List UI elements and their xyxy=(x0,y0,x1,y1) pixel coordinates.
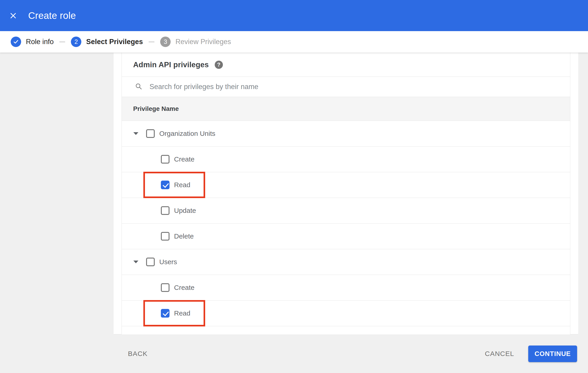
step-label: Role info xyxy=(26,38,54,46)
step-number-badge: 3 xyxy=(160,37,171,47)
close-icon[interactable] xyxy=(7,9,20,22)
checkbox-organization-units[interactable] xyxy=(146,129,155,138)
checkbox-delete[interactable] xyxy=(161,232,169,240)
search-input[interactable] xyxy=(149,83,490,91)
privilege-row-delete: Delete xyxy=(122,224,570,249)
privilege-label: Organization Units xyxy=(159,130,215,137)
footer-actions: BACK CANCEL CONTINUE xyxy=(0,334,588,373)
privilege-label: Update xyxy=(174,207,196,214)
privilege-row-create: Create xyxy=(122,146,570,172)
checkbox-read-checked[interactable] xyxy=(161,309,169,318)
privilege-label: Create xyxy=(174,155,194,163)
privilege-label: Read xyxy=(174,309,190,317)
panel-title-row: Admin API privileges ? xyxy=(122,53,570,77)
privileges-panel: Admin API privileges ? Privilege Name Or… xyxy=(114,53,578,334)
checkbox-read-checked[interactable] xyxy=(161,181,169,189)
privilege-row-update: Update xyxy=(122,198,570,224)
table-row-partial xyxy=(122,326,570,334)
checkbox-create[interactable] xyxy=(161,155,169,164)
step-label: Review Privileges xyxy=(175,38,231,46)
help-icon[interactable]: ? xyxy=(215,61,223,69)
privilege-label: Read xyxy=(174,181,190,189)
privileges-panel-inner: Admin API privileges ? Privilege Name Or… xyxy=(122,53,570,334)
panel-title: Admin API privileges xyxy=(133,61,209,69)
search-row xyxy=(122,77,570,97)
privilege-group-row-organization-units: Organization Units xyxy=(122,121,570,146)
privilege-label: Delete xyxy=(174,232,194,240)
search-icon xyxy=(135,83,142,91)
continue-button[interactable]: CONTINUE xyxy=(528,345,577,362)
app-bar: Create role xyxy=(0,0,588,31)
privilege-row-read: Read xyxy=(122,172,570,198)
privilege-label: Create xyxy=(174,284,194,291)
column-header-privilege-name: Privilege Name xyxy=(133,105,179,113)
step-number-badge: 2 xyxy=(71,37,81,47)
step-label: Select Privileges xyxy=(86,38,143,46)
stepper: Role info 2 Select Privileges 3 Review P… xyxy=(0,31,588,53)
checkbox-users[interactable] xyxy=(146,258,155,266)
privilege-row-read: Read xyxy=(122,300,570,326)
step-complete-check-icon xyxy=(11,37,21,47)
step-separator xyxy=(149,41,155,42)
privilege-row-create: Create xyxy=(122,275,570,300)
expand-collapse-triangle-icon[interactable] xyxy=(133,132,138,135)
privilege-label: Users xyxy=(159,258,177,266)
dialog-title: Create role xyxy=(28,10,76,21)
table-header-row: Privilege Name xyxy=(122,97,570,121)
step-select-privileges[interactable]: 2 Select Privileges xyxy=(71,37,143,47)
step-role-info[interactable]: Role info xyxy=(11,37,54,47)
back-button[interactable]: BACK xyxy=(128,350,148,358)
expand-collapse-triangle-icon[interactable] xyxy=(133,260,138,263)
checkbox-update[interactable] xyxy=(161,206,169,215)
privilege-group-row-users: Users xyxy=(122,249,570,275)
step-separator xyxy=(59,41,65,42)
privileges-table: Organization UnitsCreateReadUpdateDelete… xyxy=(122,121,570,326)
step-review-privileges[interactable]: 3 Review Privileges xyxy=(160,37,231,47)
cancel-button[interactable]: CANCEL xyxy=(485,350,514,358)
checkbox-create[interactable] xyxy=(161,283,169,292)
